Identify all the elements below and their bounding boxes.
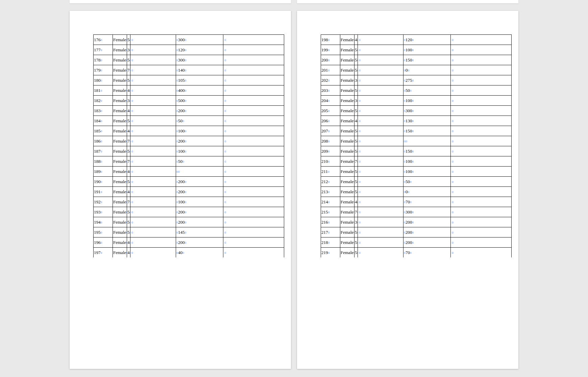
cell-value: 300	[178, 58, 185, 62]
formatting-mark-icon: ¤	[131, 109, 133, 114]
cell-value: Female	[113, 250, 126, 255]
cell-empty: ¤	[358, 187, 403, 197]
cell-trail: ¤	[451, 75, 512, 85]
cell-empty: ¤	[130, 167, 176, 177]
cell-value: 203	[321, 88, 328, 93]
cell-num: 5¤	[354, 146, 358, 156]
formatting-mark-icon: ¤	[185, 220, 187, 225]
formatting-mark-icon: ¤	[131, 200, 133, 205]
table-row: 212¤Female¤5¤¤¤50¤¤	[321, 177, 512, 187]
formatting-mark-icon: ¤	[224, 241, 226, 245]
formatting-mark-icon: ¤	[412, 38, 414, 43]
cell-gender: Female¤	[340, 156, 354, 167]
cell-value: Female	[113, 179, 126, 184]
formatting-mark-icon: ¤	[328, 230, 330, 235]
formatting-mark-icon: ¤	[408, 68, 410, 73]
cell-id: 180¤	[94, 75, 113, 85]
formatting-mark-icon: ¤	[131, 230, 133, 235]
table-row: 213¤Female¤5¤¤¤0¤¤	[321, 187, 512, 197]
cell-value: 181	[94, 88, 101, 93]
cell-value: 179	[94, 68, 101, 73]
cell-id: 203¤	[321, 85, 340, 96]
formatting-mark-icon: ¤	[412, 109, 414, 114]
cell-value: Female	[341, 78, 353, 83]
formatting-mark-icon: ¤	[410, 251, 412, 255]
cell-value: ¤50¤	[403, 85, 451, 96]
formatting-mark-icon: ¤	[131, 99, 133, 103]
formatting-mark-icon: ¤	[224, 139, 226, 144]
cell-empty: ¤	[130, 237, 176, 248]
cell-value: Female	[113, 98, 126, 103]
data-table-left: 176¤Female¤5¤¤¤300¤¤177¤Female¤3¤¤¤120¤¤…	[93, 34, 284, 257]
cell-value: Female	[113, 108, 126, 113]
cell-value: 400	[178, 88, 185, 93]
cell-empty: ¤	[130, 85, 176, 96]
formatting-mark-icon: ¤	[328, 210, 330, 215]
formatting-mark-icon: ¤	[412, 241, 414, 245]
cell-num: 3¤	[354, 217, 358, 227]
cell-num: 7¤	[127, 65, 130, 75]
cell-value: 300	[406, 210, 412, 215]
cell-value: 189	[94, 169, 101, 174]
cell-gender: Female¤	[340, 248, 354, 258]
prev-page-left	[70, 0, 291, 3]
formatting-mark-icon: ¤	[224, 109, 226, 114]
cell-empty: ¤	[130, 65, 176, 75]
cell-gender: Female¤	[113, 65, 127, 75]
cell-empty: ¤	[358, 248, 403, 258]
cell-trail: ¤	[223, 167, 284, 177]
cell-num: 4¤	[127, 187, 130, 197]
cell-id: 200¤	[321, 55, 340, 65]
table-row: 192¤Female¤7¤¤¤100¤¤	[94, 197, 284, 207]
cell-value: ¤140¤	[176, 65, 223, 75]
cell-trail: ¤	[451, 126, 512, 136]
cell-value: 200	[178, 190, 185, 194]
cell-id: 193¤	[94, 207, 113, 217]
formatting-mark-icon: ¤	[185, 58, 187, 63]
cell-id: 188¤	[94, 156, 113, 167]
cell-id: 195¤	[94, 227, 113, 237]
cell-num: 5¤	[354, 167, 358, 177]
cell-empty: ¤	[358, 126, 403, 136]
formatting-mark-icon: ¤	[101, 190, 102, 195]
formatting-mark-icon: ¤	[131, 251, 133, 255]
cell-id: 184¤	[94, 116, 113, 126]
cell-id: 176¤	[94, 35, 113, 45]
formatting-mark-icon: ¤	[452, 58, 454, 63]
cell-num: 3¤	[354, 75, 358, 85]
cell-value: Female	[341, 230, 353, 235]
cell-value: Female	[113, 240, 126, 245]
cell-value: 200	[178, 210, 185, 215]
formatting-mark-icon: ¤	[412, 220, 414, 225]
cell-num: 5¤	[354, 45, 358, 55]
formatting-mark-icon: ¤	[410, 89, 412, 93]
formatting-mark-icon: ¤	[131, 180, 133, 184]
cell-gender: Female¤	[113, 116, 127, 126]
cell-empty: ¤	[130, 248, 176, 258]
cell-empty: ¤	[130, 126, 176, 136]
formatting-mark-icon: ¤	[101, 99, 102, 103]
cell-value: ¤¤	[176, 167, 223, 177]
cell-value: Female	[113, 37, 126, 42]
cell-value: ¤70¤	[403, 197, 451, 207]
formatting-mark-icon: ¤	[101, 109, 102, 114]
cell-value: 176	[94, 37, 101, 42]
table-row: 186¤Female¤7¤¤¤200¤¤	[94, 136, 284, 146]
formatting-mark-icon: ¤	[359, 78, 361, 83]
cell-value: ¤200¤	[403, 237, 451, 248]
table-row: 198¤Female¤4¤¤¤120¤¤	[321, 35, 512, 45]
cell-value: 140	[178, 68, 185, 73]
formatting-mark-icon: ¤	[328, 149, 330, 154]
cell-value: 201	[321, 68, 328, 73]
formatting-mark-icon: ¤	[131, 170, 133, 174]
formatting-mark-icon: ¤	[359, 119, 361, 124]
cell-id: 213¤	[321, 187, 340, 197]
table-row: 216¤Female¤3¤¤¤200¤¤	[321, 217, 512, 227]
table-row: 196¤Female¤4¤¤¤200¤¤	[94, 237, 284, 248]
formatting-mark-icon: ¤	[101, 200, 102, 205]
cell-value: 196	[94, 240, 101, 245]
cell-value: Female	[341, 210, 353, 215]
cell-value: 130	[406, 119, 412, 123]
formatting-mark-icon: ¤	[359, 220, 361, 225]
cell-value: ¤130¤	[403, 116, 451, 126]
